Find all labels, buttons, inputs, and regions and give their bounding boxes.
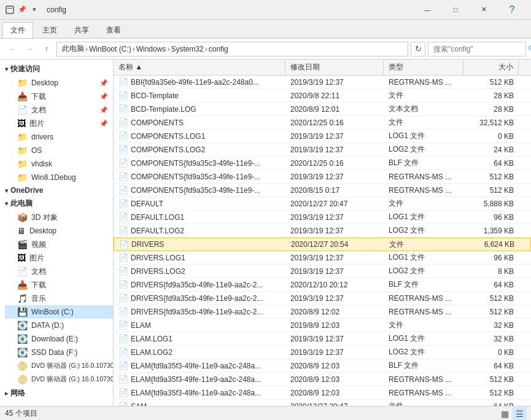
file-row[interactable]: 📄 ELAM{fd9a35f3-49fe-11e9-aa2c-248a... 2…	[114, 359, 531, 373]
quick-access-header[interactable]: ▾ 快速访问	[0, 62, 113, 76]
up-button[interactable]: ↑	[39, 42, 54, 56]
file-name: 📄 ELAM.LOG1	[114, 334, 285, 343]
file-icon: 📄	[118, 145, 128, 154]
search-icon: 🔍	[528, 45, 531, 53]
file-row[interactable]: 📄 BBI{fd9a35eb-49fe-11e9-aa2c-248a0... 2…	[114, 76, 531, 89]
tab-home[interactable]: 主页	[34, 22, 65, 38]
col-header-type[interactable]: 类型	[384, 60, 463, 75]
sidebar-item-data[interactable]: 💽 DATA (D:)	[5, 319, 113, 332]
file-date: 2019/3/19 12:37	[285, 173, 384, 181]
tab-file[interactable]: 文件	[2, 22, 33, 38]
sidebar-item-winboot[interactable]: 💾 WinBoot (C:)	[5, 305, 113, 319]
sidebar-item-ssd[interactable]: 💽 SSD Data (F:)	[5, 346, 113, 359]
document-icon: 📄	[17, 105, 28, 115]
sidebar-item-downloads2[interactable]: 📥 下载	[5, 278, 113, 292]
file-row[interactable]: 📄 DEFAULT.LOG1 2019/3/19 12:37 LOG1 文件 9…	[114, 211, 531, 224]
sidebar-item-videos[interactable]: 🎬 视频	[5, 238, 113, 251]
sidebar-item-download-e[interactable]: 💽 Download (E:)	[5, 332, 113, 346]
col-header-date[interactable]: 修改日期	[285, 60, 384, 75]
file-name: 📄 COMPONENTS.LOG1	[114, 131, 285, 141]
file-row[interactable]: 📄 BCD-Template.LOG 2020/8/9 12:01 文本文档 2…	[114, 103, 531, 116]
col-header-name[interactable]: 名称 ▲	[114, 60, 285, 75]
sidebar-item-desktop2[interactable]: 🖥 Desktop	[5, 224, 113, 238]
maximize-button[interactable]: □	[441, 0, 470, 20]
file-row[interactable]: 📄 DRIVERS{fd9a35cb-49fe-11e9-aa2c-2... 2…	[114, 305, 531, 319]
file-row[interactable]: 📄 COMPONENTS 2020/12/25 0:16 文件 32,512 K…	[114, 116, 531, 130]
file-row[interactable]: 📄 ELAM 2019/8/9 12:03 文件 32 KB	[114, 319, 531, 332]
file-row[interactable]: 📄 DRIVERS{fd9a35cb-49fe-11e9-aa2c-2... 2…	[114, 292, 531, 305]
file-date: 2019/3/19 12:37	[285, 254, 384, 262]
file-row[interactable]: 📄 DRIVERS.LOG1 2019/3/19 12:37 LOG1 文件 9…	[114, 251, 531, 265]
sidebar-item-3dobjects[interactable]: 📦 3D 对象	[5, 211, 113, 224]
file-date: 2019/3/19 12:37	[285, 294, 384, 303]
file-row[interactable]: 📄 DEFAULT 2020/12/27 20:47 文件 5,888 KB	[114, 197, 531, 211]
file-size: 8 KB	[463, 267, 519, 276]
file-name: 📄 ELAM{fd9a35f3-49fe-11e9-aa2c-248a...	[114, 361, 285, 370]
sidebar-item-drivers[interactable]: 📁 drivers	[5, 130, 113, 144]
file-row[interactable]: 📄 COMPONENTS.LOG1 2019/3/19 12:37 LOG1 文…	[114, 130, 531, 143]
sidebar-item-pictures[interactable]: 🖼 图片 📌	[5, 117, 113, 130]
sidebar-item-win81debug[interactable]: 📁 Win8.1Debug	[5, 171, 113, 184]
file-row[interactable]: 📄 DEFAULT.LOG2 2019/3/19 12:37 LOG2 文件 1…	[114, 224, 531, 238]
file-row[interactable]: 📄 SAM 2020/12/27 20:47 文件 64 KB	[114, 400, 531, 406]
dropdown-icon[interactable]: ▾	[29, 5, 39, 15]
file-row[interactable]: 📄 COMPONENTS{fd9a35c3-49fe-11e9-... 2020…	[114, 157, 531, 170]
network-header[interactable]: ▸ 网络	[0, 386, 113, 400]
file-row[interactable]: 📄 BCD-Template 2020/9/8 22:11 文件 28 KB	[114, 89, 531, 103]
file-type: 文件	[384, 117, 463, 128]
file-date: 2020/12/27 20:47	[285, 402, 384, 406]
sidebar-item-documents2[interactable]: 📄 文档	[5, 265, 113, 278]
help-button[interactable]: ?	[498, 0, 526, 20]
search-input[interactable]	[433, 45, 525, 53]
view-list-button[interactable]: ☰	[513, 407, 526, 421]
file-row[interactable]: 📄 ELAM{fd9a35f3-49fe-11e9-aa2c-248a... 2…	[114, 373, 531, 386]
close-button[interactable]: ✕	[470, 0, 498, 20]
file-type: REGTRANS-MS ...	[384, 186, 463, 195]
sidebar-item-dvd2[interactable]: 📀 DVD 驱动器 (G:) 16.0.10730.20102	[5, 373, 113, 386]
onedrive-header[interactable]: ▾ OneDrive	[0, 184, 113, 196]
file-date: 2019/3/19 12:37	[285, 227, 384, 235]
file-row[interactable]: 📄 DRIVERS 2020/12/27 20:54 文件 6,624 KB	[114, 238, 531, 251]
sidebar-item-desktop[interactable]: 📁 Desktop 📌	[5, 76, 113, 90]
file-row[interactable]: 📄 DRIVERS.LOG2 2019/3/19 12:37 LOG2 文件 8…	[114, 265, 531, 278]
thispc-header[interactable]: ▾ 此电脑	[0, 196, 113, 211]
file-icon: 📄	[118, 375, 128, 384]
sidebar-item-music[interactable]: 🎵 音乐	[5, 292, 113, 305]
minimize-button[interactable]: —	[413, 0, 441, 20]
file-name: 📄 DRIVERS{fd9a35cb-49fe-11e9-aa2c-2...	[114, 307, 285, 316]
sidebar-item-documents[interactable]: 📄 文档 📌	[5, 103, 113, 117]
file-row[interactable]: 📄 DRIVERS{fd9a35cb-49fe-11e9-aa2c-2... 2…	[114, 278, 531, 292]
file-type: 文件	[384, 90, 463, 101]
tab-share[interactable]: 共享	[66, 22, 97, 38]
sidebar-item-pictures2[interactable]: 🖼 图片	[5, 251, 113, 265]
file-date: 2019/3/19 12:37	[285, 78, 384, 87]
file-date: 2020/12/10 20:12	[285, 281, 384, 289]
file-icon: 📄	[118, 321, 128, 330]
file-row[interactable]: 📄 ELAM.LOG2 2019/3/19 12:37 LOG2 文件 0 KB	[114, 346, 531, 359]
file-row[interactable]: 📄 ELAM.LOG1 2019/3/19 12:37 LOG1 文件 32 K…	[114, 332, 531, 346]
file-row[interactable]: 📄 COMPONENTS.LOG2 2019/3/19 12:37 LOG2 文…	[114, 143, 531, 157]
file-row[interactable]: 📄 COMPONENTS{fd9a35c3-49fe-11e9-... 2020…	[114, 184, 531, 197]
address-path[interactable]: 此电脑 › WinBoot (C:) › Windows › System32 …	[56, 42, 408, 56]
file-size: 64 KB	[463, 281, 519, 289]
sidebar-item-os[interactable]: 📁 OS	[5, 144, 113, 157]
forward-button[interactable]: →	[22, 42, 37, 56]
sidebar-item-downloads[interactable]: 📥 下载 📌	[5, 90, 113, 103]
file-date: 2020/8/9 12:03	[285, 389, 384, 397]
file-type: REGTRANS-MS ...	[384, 389, 463, 397]
file-row[interactable]: 📄 COMPONENTS{fd9a35c3-49fe-11e9-... 2019…	[114, 170, 531, 184]
sidebar-item-vhdisk[interactable]: 📁 vhdisk	[5, 157, 113, 171]
file-size: 512 KB	[463, 375, 519, 384]
file-row[interactable]: 📄 ELAM{fd9a35f3-49fe-11e9-aa2c-248a... 2…	[114, 386, 531, 400]
tab-view[interactable]: 查看	[98, 22, 129, 38]
file-type: LOG2 文件	[384, 144, 463, 155]
back-button[interactable]: ←	[5, 42, 20, 56]
refresh-button[interactable]: ↻	[411, 42, 425, 56]
sidebar-item-dvd1[interactable]: 📀 DVD 驱动器 (G:) 16.0.10730.20102	[5, 359, 113, 373]
file-size: 512 KB	[463, 294, 519, 303]
search-box[interactable]: 🔍	[428, 42, 526, 56]
col-header-size[interactable]: 大小	[463, 60, 519, 75]
view-grid-button[interactable]: ▦	[498, 407, 511, 421]
file-date: 2019/8/9 12:03	[285, 321, 384, 330]
file-name: 📄 ELAM	[114, 321, 285, 330]
